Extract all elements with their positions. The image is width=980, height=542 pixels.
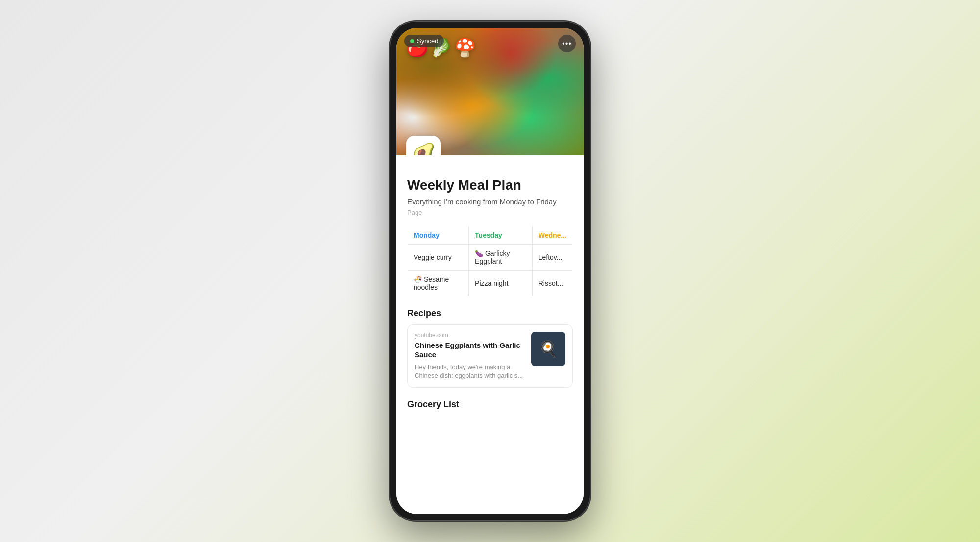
app-icon: 🥑 [406,136,441,155]
col-monday: Monday [408,226,469,244]
more-dots-icon: ••• [562,40,572,48]
tuesday-row2: Pizza night [469,270,533,296]
recipe-text: youtube.com Chinese Eggplants with Garli… [415,332,525,380]
recipe-thumbnail: 🍳 [531,332,565,366]
sync-dot [410,39,414,43]
col-tuesday: Tuesday [469,226,533,244]
recipe-thumbnail-icon: 🍳 [539,340,558,358]
tuesday-row1: 🍆 Garlicky Eggplant [469,244,533,270]
phone-frame: Synced ••• 🥑 Weekly Meal Plan Everything… [390,21,590,521]
page-title: Weekly Meal Plan [407,177,573,194]
wednesday-row1: Leftov... [532,244,572,270]
more-button[interactable]: ••• [558,35,576,52]
content-area[interactable]: Weekly Meal Plan Everything I'm cooking … [396,155,584,514]
monday-row1: Veggie curry [408,244,469,270]
sync-label: Synced [417,37,438,45]
meal-plan-table: Monday Tuesday Wedne... Veggie curry 🍆 G… [407,226,573,296]
wednesday-row2: Rissot... [532,270,572,296]
phone-screen: Synced ••• 🥑 Weekly Meal Plan Everything… [396,28,584,514]
page-type: Page [407,209,573,216]
grocery-heading: Grocery List [407,399,573,410]
avocado-icon: 🥑 [412,142,435,155]
recipe-card[interactable]: youtube.com Chinese Eggplants with Garli… [407,324,573,388]
recipes-heading: Recipes [407,308,573,319]
table-row: Veggie curry 🍆 Garlicky Eggplant Leftov.… [408,244,573,270]
monday-row2: 🍜 Sesame noodles [408,270,469,296]
status-bar: Synced [404,35,444,47]
recipe-description: Hey friends, today we're making a Chines… [415,363,525,380]
page-subtitle: Everything I'm cooking from Monday to Fr… [407,197,573,206]
recipe-title: Chinese Eggplants with Garlic Sauce [415,341,525,360]
recipe-source: youtube.com [415,332,525,339]
table-row: 🍜 Sesame noodles Pizza night Rissot... [408,270,573,296]
col-wednesday: Wedne... [532,226,572,244]
hero-image: Synced ••• 🥑 [396,28,584,155]
